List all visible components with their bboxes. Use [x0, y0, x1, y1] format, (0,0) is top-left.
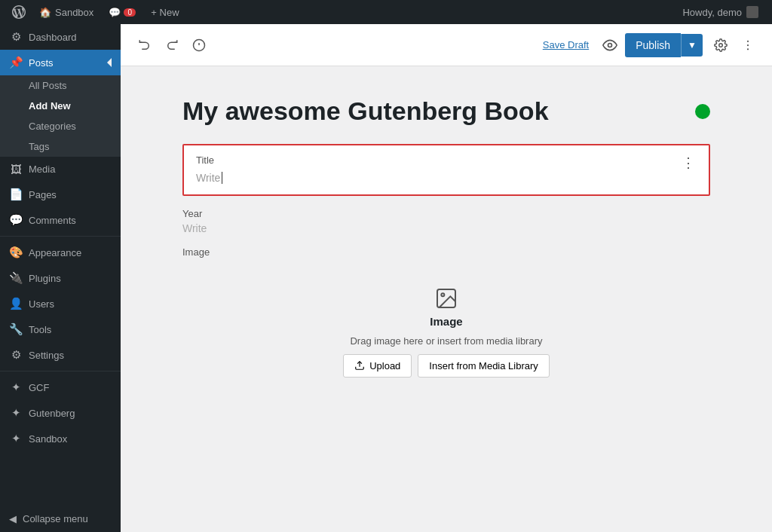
- sidebar-item-settings[interactable]: ⚙ Settings: [0, 342, 121, 368]
- collapse-label: Collapse menu: [23, 513, 88, 524]
- editor-content[interactable]: My awesome Gutenberg Book Title Write ⋮ …: [121, 66, 772, 532]
- editor-toolbar: Save Draft Publish ▼: [121, 24, 772, 66]
- adminbar-new-label: + New: [151, 7, 179, 18]
- title-block[interactable]: Title Write ⋮: [182, 144, 710, 196]
- image-block: Image Image Drag image here or insert fr…: [182, 246, 710, 399]
- sidebar-divider-2: [0, 371, 121, 371]
- tools-icon: 🔧: [9, 323, 23, 336]
- comments-icon: 💬: [109, 7, 121, 18]
- image-placeholder-icon: [434, 286, 458, 310]
- howdy-text: Howdy, demo: [682, 7, 742, 18]
- adminbar-right: Howdy, demo: [675, 6, 766, 18]
- sidebar-posts-label: Posts: [29, 57, 54, 69]
- admin-bar: 🏠 Sandbox 💬 0 + New Howdy, demo: [0, 0, 772, 24]
- settings-button[interactable]: [709, 33, 733, 57]
- redo-button[interactable]: [160, 33, 184, 57]
- wp-logo[interactable]: [6, 5, 32, 19]
- media-icon: 🖼: [9, 163, 23, 176]
- sidebar-item-users[interactable]: 👤 Users: [0, 291, 121, 316]
- collapse-icon: ◀: [9, 513, 17, 524]
- sidebar-item-gutenberg[interactable]: ✦ Gutenberg: [0, 400, 121, 426]
- adminbar-new[interactable]: + New: [143, 0, 186, 24]
- adminbar-site[interactable]: 🏠 Sandbox: [32, 0, 101, 24]
- sidebar-item-dashboard[interactable]: ⚙ Dashboard: [0, 24, 121, 50]
- year-block-input[interactable]: Write: [182, 222, 710, 234]
- publish-btn-group: Publish ▼: [625, 33, 703, 57]
- publish-button[interactable]: Publish: [625, 33, 681, 57]
- posts-icon: 📌: [9, 56, 23, 69]
- sidebar-item-media[interactable]: 🖼 Media: [0, 157, 121, 182]
- sidebar-media-label: Media: [29, 164, 55, 175]
- year-block: Year Write: [182, 208, 710, 234]
- collapse-menu-button[interactable]: ◀ Collapse menu: [0, 506, 121, 532]
- pages-icon: 📄: [9, 188, 23, 201]
- sidebar-menu: ⚙ Dashboard 📌 Posts All Posts Add New Ca…: [0, 24, 121, 451]
- svg-point-4: [719, 43, 723, 47]
- adminbar-user[interactable]: Howdy, demo: [675, 6, 766, 18]
- appearance-icon: 🎨: [9, 246, 23, 259]
- save-draft-button[interactable]: Save Draft: [537, 39, 595, 50]
- sidebar-item-tools[interactable]: 🔧 Tools: [0, 316, 121, 342]
- adminbar-comments[interactable]: 💬 0: [101, 7, 143, 18]
- upload-button-label: Upload: [369, 360, 400, 371]
- svg-point-5: [747, 40, 749, 41]
- sidebar-item-posts[interactable]: 📌 Posts: [0, 50, 121, 75]
- sandbox-icon: ✦: [9, 432, 23, 445]
- sidebar-subitem-tags[interactable]: Tags: [0, 136, 121, 157]
- sidebar-plugins-label: Plugins: [29, 273, 61, 284]
- title-block-options-button[interactable]: ⋮: [677, 153, 700, 173]
- sidebar-comments-label: Comments: [29, 215, 76, 226]
- sidebar-tools-label: Tools: [29, 324, 51, 335]
- svg-point-6: [747, 44, 749, 45]
- sidebar-divider-1: [0, 236, 121, 237]
- content-area: Save Draft Publish ▼ My awesome Gutenber…: [121, 24, 772, 532]
- info-button[interactable]: [187, 33, 211, 57]
- dashboard-icon: ⚙: [9, 30, 23, 44]
- sidebar-sandbox-label: Sandbox: [29, 433, 67, 445]
- text-cursor: [222, 172, 222, 184]
- sidebar-subitem-add-new[interactable]: Add New: [0, 96, 121, 116]
- post-title-area: My awesome Gutenberg Book: [182, 96, 710, 126]
- user-avatar: [746, 6, 758, 18]
- image-block-placeholder: Image Drag image here or insert from med…: [182, 264, 710, 399]
- publish-status-dot: [695, 104, 710, 119]
- sidebar-subitem-categories[interactable]: Categories: [0, 116, 121, 136]
- preview-button[interactable]: [598, 33, 622, 57]
- gcf-icon: ✦: [9, 381, 23, 394]
- gutenberg-icon: ✦: [9, 406, 23, 420]
- sidebar-pages-label: Pages: [29, 189, 57, 200]
- svg-point-9: [441, 293, 444, 296]
- main-layout: ⚙ Dashboard 📌 Posts All Posts Add New Ca…: [0, 24, 772, 532]
- plugins-icon: 🔌: [9, 271, 23, 285]
- title-block-input[interactable]: Write: [184, 169, 709, 194]
- sidebar-gcf-label: GCF: [29, 382, 49, 393]
- settings-icon: ⚙: [9, 348, 23, 362]
- sidebar-appearance-label: Appearance: [29, 247, 81, 258]
- comments-count: 0: [124, 8, 136, 17]
- title-write-placeholder: Write: [196, 172, 220, 184]
- sidebar-item-plugins[interactable]: 🔌 Plugins: [0, 265, 121, 291]
- sidebar: ⚙ Dashboard 📌 Posts All Posts Add New Ca…: [0, 24, 121, 532]
- sidebar-item-appearance[interactable]: 🎨 Appearance: [0, 240, 121, 265]
- image-icon-label: Image: [430, 315, 462, 328]
- sidebar-gutenberg-label: Gutenberg: [29, 408, 75, 419]
- sidebar-dashboard-label: Dashboard: [29, 32, 77, 43]
- image-block-label: Image: [182, 246, 710, 258]
- sidebar-item-sandbox[interactable]: ✦ Sandbox: [0, 426, 121, 451]
- sidebar-item-comments[interactable]: 💬 Comments: [0, 207, 121, 233]
- sidebar-users-label: Users: [29, 298, 54, 310]
- undo-button[interactable]: [133, 33, 157, 57]
- image-icon-area: Image: [430, 286, 462, 328]
- image-btn-group: Upload Insert from Media Library: [343, 354, 550, 378]
- more-options-button[interactable]: [736, 33, 760, 57]
- sidebar-settings-label: Settings: [29, 350, 64, 361]
- image-drag-text: Drag image here or insert from media lib…: [350, 335, 542, 347]
- sidebar-item-gcf[interactable]: ✦ GCF: [0, 375, 121, 400]
- svg-point-7: [747, 48, 749, 50]
- upload-button[interactable]: Upload: [343, 354, 412, 378]
- publish-dropdown-button[interactable]: ▼: [681, 34, 703, 57]
- upload-icon: [354, 360, 365, 371]
- sidebar-item-pages[interactable]: 📄 Pages: [0, 182, 121, 207]
- insert-from-library-button[interactable]: Insert from Media Library: [418, 354, 550, 378]
- sidebar-subitem-all-posts[interactable]: All Posts: [0, 75, 121, 96]
